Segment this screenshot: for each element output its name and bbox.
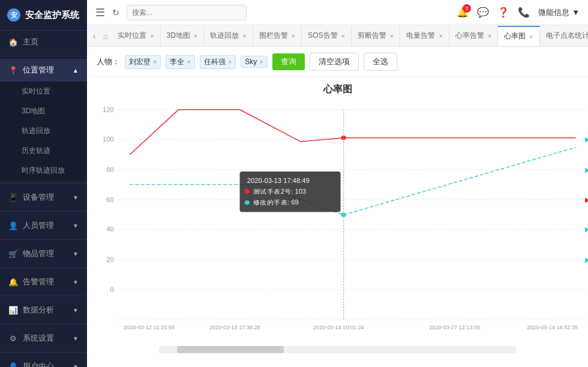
sidebar-item-goods[interactable]: 🛒 物品管理 ▼: [0, 242, 87, 265]
sidebar-item-location[interactable]: 📍 位置管理 ▲: [0, 59, 87, 82]
location-submenu: 实时位置 3D地图 轨迹回放 历史轨迹 时序轨迹回放: [0, 82, 87, 181]
filter-label: 人物：: [97, 56, 120, 67]
tab-cut[interactable]: 剪断告警 ×: [352, 26, 400, 46]
search-button[interactable]: 查询: [272, 53, 305, 70]
tab-heartchart[interactable]: 心率图 ×: [498, 26, 539, 46]
arrow-icon-data: ▼: [73, 307, 79, 314]
tab-nav-left[interactable]: ‹: [89, 31, 100, 41]
tooltip-dot-teal: [245, 200, 250, 205]
topbar: ☰ ↻ 🔔 2 💬 ❓ 📞 微能信息 ▼: [87, 0, 588, 25]
tooltip-time: 2020-03-13 17:48:49: [247, 177, 310, 184]
tag-person-1-close[interactable]: ×: [153, 58, 157, 65]
tag-person-3[interactable]: 任科强 ×: [200, 55, 236, 69]
divider8: [0, 352, 87, 353]
tab-heartrate[interactable]: 心率告警 ×: [449, 26, 498, 46]
tag-person-2[interactable]: 李全 ×: [166, 55, 194, 69]
sidebar-label-goods: 物品管理: [23, 248, 54, 259]
chart-scrollbar-thumb[interactable]: [177, 346, 284, 353]
sidebar-item-timetrack[interactable]: 时序轨迹回放: [0, 161, 87, 181]
sidebar-item-people[interactable]: 👤 人员管理 ▼: [0, 214, 87, 237]
tab-fence-close[interactable]: ×: [292, 32, 295, 40]
phone-icon[interactable]: 📞: [518, 7, 530, 18]
user-icon: 👤: [8, 362, 18, 367]
tag-person-3-label: 任科强: [204, 57, 226, 67]
tab-map3d-close[interactable]: ×: [194, 32, 197, 40]
divider3: [0, 211, 87, 212]
user-menu[interactable]: 微能信息 ▼: [538, 7, 580, 18]
tab-realtime[interactable]: 实时位置 ×: [112, 26, 160, 46]
tab-heartrate-close[interactable]: ×: [488, 32, 491, 40]
tab-fence-label: 围栏告警: [259, 31, 288, 41]
tab-map3d[interactable]: 3D地图 ×: [161, 26, 205, 46]
sidebar-menu: 🏠 主页 📍 位置管理 ▲ 实时位置 3D地图 轨迹回放 历史轨迹 时序轨迹回放: [0, 31, 87, 367]
tag-person-4-close[interactable]: ×: [259, 58, 263, 65]
tag-person-4[interactable]: Sky ×: [241, 56, 267, 68]
tab-nav-home[interactable]: ⌂: [100, 31, 112, 41]
logo-icon: 安: [7, 8, 20, 22]
divider4: [0, 239, 87, 240]
tag-person-3-close[interactable]: ×: [228, 58, 232, 65]
tag-person-1[interactable]: 刘宏壁 ×: [125, 55, 161, 69]
chart-title: 心率图: [87, 77, 588, 98]
data-icon: 📊: [8, 305, 18, 315]
tab-track-label: 轨迹回放: [210, 31, 239, 41]
tab-sos[interactable]: SOS告警 ×: [302, 26, 352, 46]
sidebar-item-data[interactable]: 📊 数据分析 ▼: [0, 299, 87, 321]
tab-sos-close[interactable]: ×: [341, 32, 345, 40]
home-icon: 🏠: [8, 37, 18, 47]
notification-icon[interactable]: 🔔 2: [457, 7, 469, 18]
tab-battery[interactable]: 电量告警 ×: [400, 26, 449, 46]
svg-text:60: 60: [106, 196, 113, 203]
sidebar-label-people: 人员管理: [23, 220, 54, 231]
divider2: [0, 183, 87, 184]
menu-icon[interactable]: ☰: [95, 6, 105, 19]
tab-fence[interactable]: 围栏告警 ×: [253, 26, 302, 46]
sidebar-item-map3d[interactable]: 3D地图: [0, 101, 87, 121]
sidebar: 安 安全监护系统 🏠 主页 📍 位置管理 ▲ 实时位置 3D地图 轨迹回放: [0, 0, 87, 367]
arrow-icon-goods: ▼: [73, 251, 79, 257]
svg-text:80: 80: [106, 166, 113, 173]
red-line: [130, 110, 575, 155]
tab-statchart[interactable]: 电子点名统计图 ×: [540, 26, 588, 46]
tooltip-dot-red: [245, 189, 250, 194]
tab-statchart-label: 电子点名统计图: [546, 31, 588, 41]
message-icon[interactable]: 💬: [477, 7, 489, 18]
sidebar-item-home[interactable]: 🏠 主页: [0, 31, 87, 53]
sidebar-label-data: 数据分析: [23, 305, 54, 315]
chart-scrollbar[interactable]: [159, 346, 516, 353]
sidebar-item-history[interactable]: 历史轨迹: [0, 141, 87, 161]
notification-badge: 2: [463, 4, 471, 13]
sidebar-item-settings[interactable]: ⚙ 系统设置 ▼: [0, 327, 87, 350]
sidebar-item-track[interactable]: 轨迹回放: [0, 121, 87, 141]
svg-text:▶: ▶: [585, 166, 588, 173]
sidebar-label-realtime: 实时位置: [22, 86, 50, 97]
sidebar-label-location: 位置管理: [23, 65, 54, 76]
sidebar-item-alarm[interactable]: 🔔 告警管理 ▼: [0, 270, 87, 293]
tab-track-close[interactable]: ×: [242, 32, 246, 40]
arrow-icon-device: ▼: [73, 194, 79, 201]
divider6: [0, 296, 87, 296]
clear-button[interactable]: 清空选项: [310, 53, 359, 71]
tab-heartchart-close[interactable]: ×: [529, 33, 533, 40]
refresh-icon[interactable]: ↻: [112, 8, 119, 17]
tab-track[interactable]: 轨迹回放 ×: [204, 26, 253, 46]
search-input[interactable]: [127, 5, 247, 20]
help-icon[interactable]: ❓: [497, 7, 509, 18]
sidebar-item-device[interactable]: 📱 设备管理 ▼: [0, 186, 87, 209]
tab-battery-label: 电量告警: [406, 31, 435, 41]
main-content: ☰ ↻ 🔔 2 💬 ❓ 📞 微能信息 ▼ ‹ ⌂ 实时位置 × 3D地图 ×: [87, 0, 588, 367]
sidebar-item-realtime[interactable]: 实时位置: [0, 82, 87, 101]
tab-map3d-label: 3D地图: [167, 31, 190, 41]
sidebar-label-home: 主页: [23, 37, 38, 47]
svg-text:100: 100: [103, 136, 114, 143]
selectall-button[interactable]: 全选: [364, 53, 397, 71]
tag-person-2-close[interactable]: ×: [187, 58, 190, 65]
chart-svg-container: 120 100 80 60 40 20 0 2020-03-12 11:21:5…: [87, 98, 588, 346]
tab-battery-close[interactable]: ×: [439, 32, 442, 40]
tab-cut-close[interactable]: ×: [390, 32, 394, 40]
content-area: 人物： 刘宏壁 × 李全 × 任科强 × Sky × 查询 清空选项 全选 心率: [87, 47, 588, 367]
sidebar-item-user[interactable]: 👤 用户中心 ▼: [0, 355, 87, 367]
divider5: [0, 267, 87, 268]
tab-realtime-close[interactable]: ×: [150, 32, 154, 40]
app-title: 安全监护系统: [25, 10, 79, 21]
